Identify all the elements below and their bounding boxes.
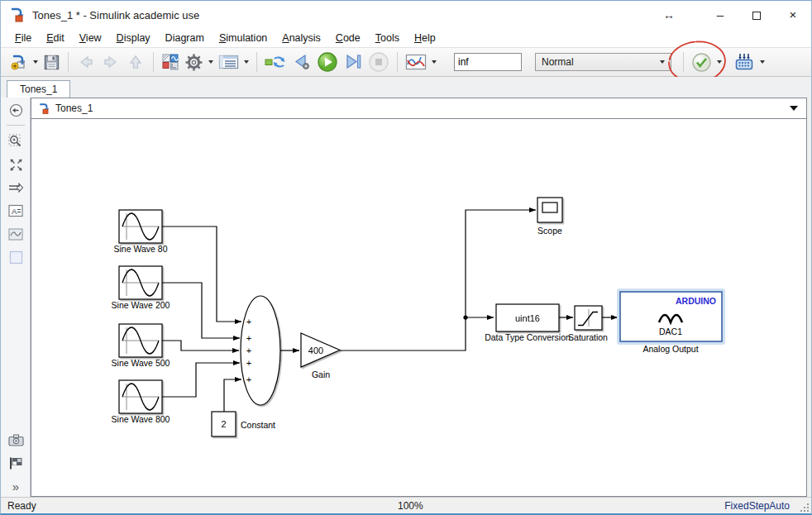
- model-explorer-dropdown-caret[interactable]: [244, 60, 249, 64]
- menu-analysis[interactable]: Analysis: [275, 31, 328, 45]
- block-constant[interactable]: 2: [212, 412, 236, 436]
- viewmarks-button[interactable]: [1, 453, 31, 473]
- wire-sine500-to-sum[interactable]: [162, 341, 239, 350]
- label-analog-output: Analog Output: [642, 344, 698, 354]
- save-icon: [43, 54, 60, 71]
- hide-explorer-bar-button[interactable]: [1, 100, 31, 120]
- stop-icon: [368, 51, 389, 73]
- simulation-mode-value: Normal: [542, 56, 574, 68]
- block-scope[interactable]: [537, 198, 562, 222]
- menu-code[interactable]: Code: [328, 31, 368, 45]
- label-sine-wave-80: Sine Wave 80: [114, 244, 168, 254]
- gear-icon: [184, 53, 203, 72]
- update-diagram-button[interactable]: [262, 50, 289, 74]
- zoom-tool-button[interactable]: [1, 131, 31, 151]
- stop-button[interactable]: [365, 50, 392, 74]
- solver-indicator[interactable]: FixedStepAuto: [724, 500, 790, 512]
- breadcrumb-path[interactable]: Tones_1: [55, 103, 93, 114]
- simulation-data-inspector-button[interactable]: [403, 50, 429, 74]
- magnifier-icon: [8, 134, 23, 149]
- block-data-type-conversion[interactable]: uint16: [496, 304, 559, 331]
- model-settings-button[interactable]: [182, 50, 206, 74]
- up-to-parent-button[interactable]: [123, 50, 148, 74]
- block-analog-output[interactable]: ARDUINO DAC1: [617, 288, 725, 345]
- run-button[interactable]: [314, 50, 341, 74]
- minimize-button[interactable]: –: [702, 1, 738, 29]
- deploy-to-hardware-button[interactable]: [731, 50, 757, 74]
- block-sine-wave-80[interactable]: [119, 210, 162, 243]
- screenshot-button[interactable]: [1, 430, 31, 450]
- menu-edit[interactable]: Edit: [39, 31, 72, 45]
- window-title: Tones_1 * - Simulink academic use: [32, 9, 199, 21]
- refresh-blocks-button[interactable]: [689, 50, 714, 74]
- model-explorer-icon: [218, 54, 239, 70]
- step-back-button[interactable]: [289, 50, 314, 74]
- simulation-mode-select[interactable]: Normal: [535, 53, 671, 71]
- deploy-dropdown-caret[interactable]: [760, 60, 765, 64]
- toolbar-separator: [683, 52, 684, 72]
- back-button[interactable]: [74, 50, 98, 74]
- menu-diagram[interactable]: Diagram: [158, 31, 212, 45]
- dock-undock-icon[interactable]: ↔: [644, 1, 694, 29]
- menu-bar: File Edit View Display Diagram Simulatio…: [1, 29, 811, 47]
- breadcrumb-dropdown-caret[interactable]: [790, 106, 798, 111]
- tab-tones-1[interactable]: Tones_1: [7, 80, 70, 98]
- new-model-dropdown-caret[interactable]: [33, 60, 38, 64]
- sdi-dropdown-caret[interactable]: [432, 60, 437, 64]
- circle-back-icon: [9, 103, 23, 117]
- check-dropdown-caret[interactable]: [717, 60, 722, 64]
- block-sine-wave-800[interactable]: [119, 380, 162, 413]
- block-gain[interactable]: 400: [301, 333, 340, 367]
- toolbar: Normal: [1, 47, 811, 77]
- toolbar-separator: [256, 52, 257, 72]
- signal-routing-button[interactable]: [1, 178, 31, 198]
- new-model-button[interactable]: [7, 50, 31, 74]
- menu-view[interactable]: View: [72, 31, 109, 45]
- svg-text:A: A: [12, 207, 17, 216]
- model-canvas[interactable]: Sine Wave 80 Sine Wave 200 Sine Wave 500: [31, 119, 806, 496]
- block-saturation[interactable]: [575, 306, 602, 330]
- image-annotation-button[interactable]: [1, 224, 31, 244]
- wire-constant-to-sum[interactable]: [224, 379, 241, 412]
- block-sum[interactable]: + + + + +: [241, 296, 280, 405]
- step-forward-button[interactable]: [341, 50, 365, 74]
- library-browser-button[interactable]: [159, 50, 182, 74]
- model-explorer-button[interactable]: [216, 50, 241, 74]
- sum-plus-sign: +: [246, 317, 251, 327]
- wire-junction-dot: [463, 315, 467, 319]
- maximize-button[interactable]: [738, 1, 775, 29]
- zoom-level: 100%: [398, 500, 423, 512]
- camera-icon: [8, 434, 24, 446]
- model-settings-dropdown-caret[interactable]: [208, 60, 213, 64]
- analog-port-text: DAC1: [659, 327, 682, 336]
- sidebar-divider: [7, 125, 25, 126]
- fit-to-view-button[interactable]: [1, 155, 31, 174]
- menu-simulation[interactable]: Simulation: [212, 31, 275, 45]
- close-button[interactable]: ×: [775, 1, 811, 29]
- image-icon: [8, 228, 23, 241]
- block-sine-wave-500[interactable]: [119, 324, 162, 357]
- resize-grip[interactable]: [800, 503, 809, 512]
- forward-button[interactable]: [98, 50, 123, 74]
- label-gain: Gain: [312, 370, 330, 379]
- block-sine-wave-200[interactable]: [119, 266, 162, 299]
- toolbar-separator: [68, 52, 69, 72]
- area-box-icon: [9, 250, 23, 265]
- menu-tools[interactable]: Tools: [368, 31, 407, 45]
- expand-palette-button[interactable]: »: [1, 476, 31, 496]
- label-constant: Constant: [241, 420, 275, 430]
- wire-branch-to-scope[interactable]: [466, 210, 536, 317]
- save-button[interactable]: [41, 50, 63, 74]
- tab-label: Tones_1: [20, 83, 57, 95]
- stop-time-input[interactable]: [454, 53, 522, 71]
- menu-file[interactable]: File: [7, 31, 39, 45]
- viewmark-flag-icon: [9, 456, 23, 470]
- simulink-window: Tones_1 * - Simulink academic use ↔ – × …: [0, 0, 812, 515]
- wire-gain-to-dtc[interactable]: [340, 317, 494, 350]
- menu-display[interactable]: Display: [109, 31, 158, 45]
- annotation-button[interactable]: A: [1, 201, 31, 221]
- area-annotation-button[interactable]: [1, 247, 31, 267]
- menu-help[interactable]: Help: [407, 31, 443, 45]
- window-controls: ↔ – ×: [644, 1, 811, 29]
- wire-sine200-to-sum[interactable]: [162, 283, 240, 338]
